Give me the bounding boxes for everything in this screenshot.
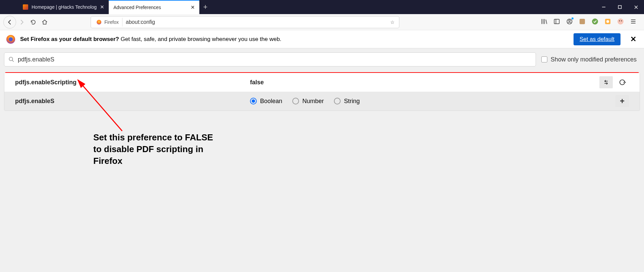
- url-bar[interactable]: Firefox about:config ☆: [91, 16, 399, 28]
- svg-point-10: [592, 18, 598, 25]
- new-pref-name: pdfjs.enableS: [15, 98, 250, 105]
- svg-line-22: [12, 60, 14, 62]
- annotation-text: Set this preference to FALSE to disable …: [93, 132, 268, 167]
- type-boolean[interactable]: Boolean: [250, 98, 282, 105]
- pref-value: false: [250, 79, 599, 86]
- reload-button[interactable]: [28, 16, 39, 28]
- maximize-button[interactable]: [612, 0, 628, 14]
- extension-icon-2[interactable]: [592, 18, 598, 26]
- search-icon: [8, 56, 14, 62]
- bookmark-star-icon[interactable]: ☆: [388, 19, 397, 25]
- extension-icon-3[interactable]: [604, 18, 611, 26]
- new-pref-type-group: Boolean Number String: [250, 98, 615, 105]
- annotation-arrow: [75, 77, 132, 134]
- show-modified-label: Show only modified preferences: [551, 56, 637, 63]
- new-tab-button[interactable]: +: [199, 0, 211, 14]
- ghacks-favicon: [23, 4, 28, 10]
- set-default-button[interactable]: Set as default: [574, 33, 621, 45]
- account-icon[interactable]: [566, 18, 573, 26]
- svg-line-23: [78, 80, 122, 131]
- infobar-close-icon[interactable]: ✕: [629, 35, 638, 44]
- home-button[interactable]: [39, 16, 50, 28]
- reset-pref-button[interactable]: [615, 76, 629, 88]
- firefox-identity-icon: [96, 19, 102, 25]
- tab-close-icon[interactable]: ✕: [99, 4, 105, 10]
- radio-icon: [250, 98, 257, 104]
- extension-icon-4[interactable]: [617, 18, 624, 26]
- forward-button[interactable]: [16, 16, 28, 28]
- svg-point-21: [9, 57, 13, 61]
- app-menu-button[interactable]: [630, 18, 637, 26]
- svg-rect-9: [580, 19, 585, 24]
- tabstrip: Homepage | gHacks Technolog ✕ Advanced P…: [18, 0, 211, 14]
- extension-icon-1[interactable]: [579, 18, 586, 26]
- svg-point-8: [569, 20, 571, 21]
- show-modified-toggle[interactable]: Show only modified preferences: [541, 56, 640, 63]
- identity-label: Firefox: [104, 19, 119, 25]
- identity-box[interactable]: Firefox: [93, 18, 122, 27]
- pref-search-value: pdfjs.enableS: [14, 56, 532, 63]
- firefox-logo-icon: [6, 35, 15, 44]
- svg-point-13: [617, 18, 624, 25]
- svg-point-12: [606, 20, 609, 23]
- svg-point-15: [621, 20, 622, 21]
- library-icon[interactable]: [541, 18, 547, 26]
- tab-label: Homepage | gHacks Technolog: [32, 4, 99, 10]
- tab-advanced-preferences[interactable]: Advanced Preferences ✕: [109, 0, 199, 14]
- infobar-message: Set Firefox as your default browser? Get…: [20, 36, 282, 43]
- back-button[interactable]: [3, 16, 16, 29]
- toolbar-right-icons: [541, 18, 641, 26]
- toggle-pref-button[interactable]: [599, 76, 613, 88]
- pref-name: pdfjs.enableScripting: [15, 79, 250, 86]
- svg-rect-5: [554, 19, 559, 24]
- svg-point-14: [619, 20, 620, 21]
- type-number[interactable]: Number: [292, 98, 324, 105]
- svg-point-4: [97, 20, 101, 25]
- svg-point-20: [9, 37, 13, 41]
- tab-label: Advanced Preferences: [113, 5, 189, 10]
- type-string[interactable]: String: [334, 98, 360, 105]
- close-window-button[interactable]: [628, 0, 644, 14]
- address-text[interactable]: about:config: [122, 19, 388, 25]
- add-pref-button[interactable]: +: [615, 95, 629, 107]
- tab-ghacks[interactable]: Homepage | gHacks Technolog ✕: [18, 0, 109, 14]
- sidebar-icon[interactable]: [553, 18, 560, 26]
- aboutconfig-content: pdfjs.enableS Show only modified prefere…: [0, 48, 644, 115]
- radio-icon: [334, 98, 341, 104]
- tab-close-icon[interactable]: ✕: [189, 4, 196, 11]
- radio-icon: [292, 98, 299, 104]
- window-controls: [596, 0, 644, 14]
- window-titlebar: Homepage | gHacks Technolog ✕ Advanced P…: [0, 0, 644, 14]
- pref-search-input[interactable]: pdfjs.enableS: [4, 52, 536, 66]
- minimize-button[interactable]: [596, 0, 612, 14]
- default-browser-infobar: Set Firefox as your default browser? Get…: [0, 30, 644, 48]
- nav-toolbar: Firefox about:config ☆: [0, 14, 644, 30]
- svg-rect-1: [618, 6, 622, 9]
- checkbox-icon[interactable]: [541, 56, 547, 62]
